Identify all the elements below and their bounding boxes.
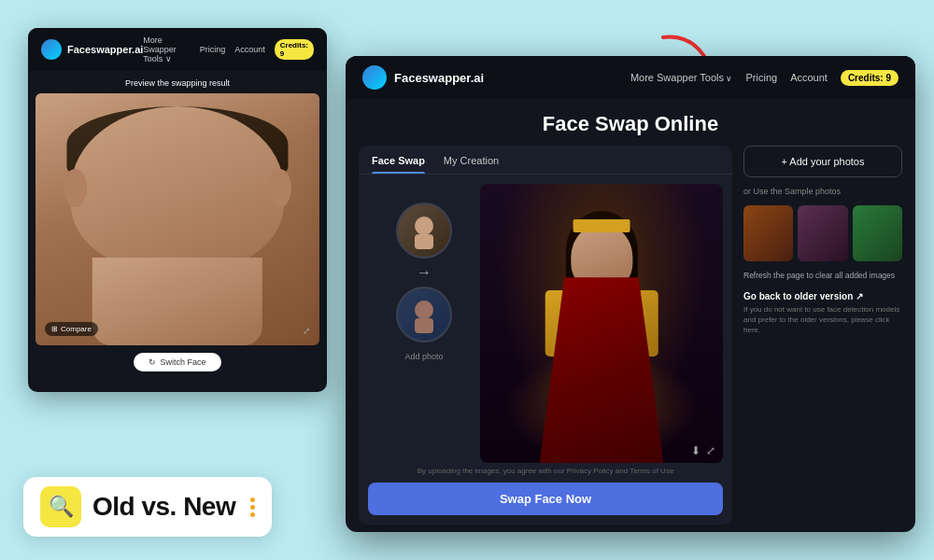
old-nav-right: More Swapper Tools ∨ Pricing Account Cre…: [143, 35, 314, 63]
sample-photo-3[interactable]: [853, 205, 902, 261]
old-credits-badge: Credits: 9: [275, 39, 314, 60]
tab-my-creation[interactable]: My Creation: [444, 155, 499, 174]
old-preview-label: Preview the swapping result: [35, 78, 319, 88]
old-nav-tools[interactable]: More Swapper Tools ∨: [143, 35, 190, 63]
search-icon: 🔍: [40, 486, 81, 527]
old-vs-new-badge: 🔍 Old vs. New: [23, 477, 272, 537]
old-logo: Faceswapper.ai: [41, 39, 143, 60]
new-nav-pricing[interactable]: Pricing: [746, 72, 778, 83]
face-right-ear: [268, 169, 290, 207]
tab-face-swap[interactable]: Face Swap: [372, 155, 425, 174]
fullscreen-icon[interactable]: ⤢: [706, 444, 715, 457]
sample-photo-2[interactable]: [798, 205, 847, 261]
go-back-section: Go back to older version ↗ If you do not…: [743, 291, 902, 336]
new-ui-screenshot: Faceswapper.ai More Swapper Tools Pricin…: [346, 56, 915, 532]
male-face: [35, 93, 319, 345]
badge-dot-2: [250, 505, 255, 510]
ww-tiara: [573, 219, 630, 232]
old-content: Preview the swapping result ⊞ Compare ⤢: [28, 71, 327, 379]
new-left-panel: Face Swap My Creation →: [359, 146, 732, 525]
new-logo: Faceswapper.ai: [362, 65, 484, 90]
swap-face-now-button[interactable]: Swap Face Now: [368, 483, 723, 515]
face-neck: [92, 258, 262, 346]
new-logo-text: Faceswapper.ai: [394, 71, 484, 85]
face-head: [71, 106, 284, 271]
compare-icon: ⊞: [51, 325, 58, 333]
old-switch-face-button[interactable]: ↻ Switch Face: [134, 353, 220, 371]
add-photos-button[interactable]: + Add your photos: [743, 146, 902, 177]
refresh-label: Refresh the page to clear all added imag…: [743, 271, 902, 282]
new-main-content: Face Swap My Creation →: [346, 146, 915, 532]
go-back-desc: If you do not want to use face detection…: [743, 304, 902, 336]
old-left-panel: Preview the swapping result ⊞ Compare ⤢: [28, 71, 327, 379]
svg-point-3: [415, 301, 433, 319]
new-right-panel: + Add your photos or Use the Sample phot…: [743, 146, 902, 525]
svg-rect-4: [415, 318, 433, 333]
old-nav-account[interactable]: Account: [234, 45, 265, 54]
sample-photo-1[interactable]: [743, 205, 793, 261]
old-face-image: ⊞ Compare ⤢: [35, 93, 319, 345]
expand-icon: ⤢: [303, 326, 310, 336]
target-bottom-icons: ⬇ ⤢: [691, 444, 715, 457]
new-nav: Faceswapper.ai More Swapper Tools Pricin…: [346, 56, 915, 99]
target-panel: ⬇ ⤢: [480, 184, 723, 463]
go-back-title: Go back to older version ↗: [743, 291, 902, 301]
download-icon[interactable]: ⬇: [691, 444, 700, 457]
svg-rect-2: [415, 234, 433, 249]
sample-photo-grid: [743, 205, 902, 261]
page-title: Face Swap Online: [346, 99, 915, 146]
new-logo-icon: [362, 65, 387, 90]
old-logo-text: Faceswapper.ai: [67, 44, 143, 55]
svg-point-1: [415, 217, 433, 235]
face-left-ear: [64, 169, 86, 207]
old-compare-button[interactable]: ⊞ Compare: [45, 322, 98, 336]
badge-text: Old vs. New: [92, 492, 235, 522]
new-nav-tools[interactable]: More Swapper Tools: [630, 72, 733, 83]
old-nav-pricing[interactable]: Pricing: [200, 45, 226, 54]
sample-photos-label: or Use the Sample photos: [743, 187, 902, 196]
add-photo-label: Add photo: [404, 352, 443, 361]
terms-text: By uploading the images, you agree with …: [359, 463, 732, 479]
target-face-thumb: [396, 287, 452, 343]
old-logo-icon: [41, 39, 62, 60]
new-nav-right: More Swapper Tools Pricing Account Credi…: [630, 70, 899, 86]
switch-icon: ↻: [149, 357, 156, 367]
new-nav-account[interactable]: Account: [790, 72, 828, 83]
old-nav: Faceswapper.ai More Swapper Tools ∨ Pric…: [28, 28, 327, 71]
swap-arrow-icon: →: [417, 264, 432, 281]
badge-dots: [250, 497, 255, 517]
swap-area: → Add photo: [359, 175, 732, 463]
badge-dot-1: [250, 497, 255, 502]
tab-bar: Face Swap My Creation: [359, 146, 732, 175]
wonder-woman-figure: [499, 198, 705, 463]
wonder-woman-background: [480, 184, 723, 463]
source-panel: → Add photo: [368, 184, 480, 463]
source-face-thumb[interactable]: [396, 203, 452, 259]
old-switch-button-container: ↻ Switch Face: [35, 353, 319, 371]
new-credits-badge: Credits: 9: [841, 70, 899, 86]
old-ui-screenshot: Faceswapper.ai More Swapper Tools ∨ Pric…: [28, 28, 327, 392]
badge-dot-3: [250, 512, 255, 517]
target-image[interactable]: ⬇ ⤢: [480, 184, 723, 463]
